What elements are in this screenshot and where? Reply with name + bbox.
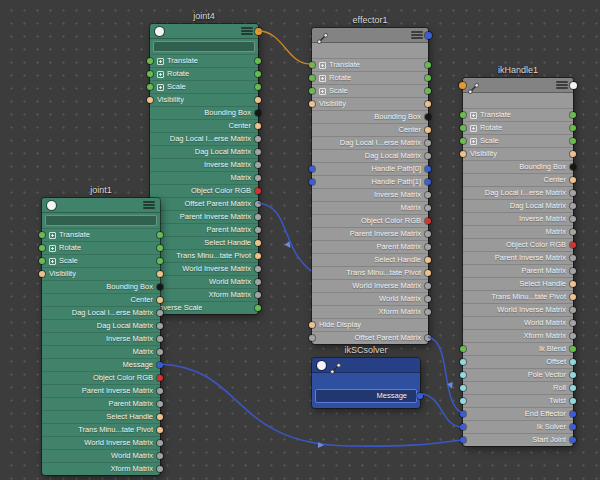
output-port-parent-inverse-matrix[interactable] (425, 231, 431, 237)
expand-plus-icon[interactable] (49, 258, 56, 265)
output-port-world-matrix[interactable] (425, 296, 431, 302)
output-port-handle-path-1[interactable] (425, 179, 431, 185)
node-swatch-icon[interactable] (155, 27, 164, 36)
node-header[interactable] (150, 24, 258, 39)
node-name-field[interactable] (45, 215, 157, 226)
output-port-dag-local-matrix[interactable] (570, 203, 576, 209)
connection-joint4-to-effector1-matrix[interactable] (258, 203, 311, 271)
output-port-matrix[interactable] (255, 175, 261, 181)
expand-plus-icon[interactable] (319, 88, 326, 95)
expand-plus-icon[interactable] (319, 75, 326, 82)
output-port-rotate[interactable] (255, 71, 261, 77)
node-editor-canvas[interactable]: joint4TranslateRotateScaleVisibilityBoun… (0, 0, 600, 480)
output-port-object-color-rgb[interactable] (425, 218, 431, 224)
output-port-select-handle[interactable] (255, 240, 261, 246)
output-port-world-inverse-matrix[interactable] (255, 266, 261, 272)
output-port-scale[interactable] (570, 138, 576, 144)
output-port-xform-matrix[interactable] (157, 466, 163, 472)
input-port-visibility[interactable] (39, 271, 45, 277)
header-port-right[interactable] (570, 82, 577, 89)
output-port-object-color-rgb[interactable] (157, 375, 163, 381)
output-port-translate[interactable] (255, 58, 261, 64)
output-port-parent-inverse-matrix[interactable] (255, 214, 261, 220)
input-port-offset-parent-matrix[interactable] (309, 335, 315, 341)
output-port-translate[interactable] (425, 62, 431, 68)
output-port-visibility[interactable] (255, 97, 261, 103)
output-port-parent-inverse-matrix[interactable] (570, 255, 576, 261)
output-port-world-inverse-matrix[interactable] (157, 440, 163, 446)
output-port-scale[interactable] (425, 88, 431, 94)
node-joint4[interactable]: joint4TranslateRotateScaleVisibilityBoun… (150, 24, 258, 314)
expand-plus-icon[interactable] (319, 62, 326, 69)
output-port-bounding-box[interactable] (570, 164, 576, 170)
output-port-handle-path-0[interactable] (425, 166, 431, 172)
output-port-matrix[interactable] (425, 205, 431, 211)
node-header[interactable] (312, 28, 428, 43)
header-port-left[interactable] (459, 82, 466, 89)
output-port-matrix[interactable] (157, 349, 163, 355)
node-header[interactable] (463, 78, 573, 93)
output-port-center[interactable] (570, 177, 576, 183)
output-port-translate[interactable] (157, 232, 163, 238)
output-port-dag-local-matrix[interactable] (425, 153, 431, 159)
output-port-rotate[interactable] (570, 125, 576, 131)
node-joint1[interactable]: joint1TranslateRotateScaleVisibilityBoun… (42, 198, 160, 475)
node-menu-icon[interactable] (411, 31, 423, 39)
output-port-trans-minu-tate-pivot[interactable] (157, 427, 163, 433)
header-port-right[interactable] (425, 32, 432, 39)
input-port-roll[interactable] (460, 385, 466, 391)
input-port-twist[interactable] (460, 398, 466, 404)
output-port-world-matrix[interactable] (570, 320, 576, 326)
input-port-handle-path-0[interactable] (309, 166, 315, 172)
connection-ikscsolver-to-ikhandle1-iksolver[interactable] (420, 394, 462, 427)
node-menu-icon[interactable] (556, 81, 568, 89)
input-port-scale[interactable] (309, 88, 315, 94)
output-port-bounding-box[interactable] (425, 114, 431, 120)
output-port-trans-minu-tate-pivot[interactable] (425, 270, 431, 276)
output-port-trans-minu-tate-pivot[interactable] (255, 253, 261, 259)
node-swatch-icon[interactable] (47, 201, 56, 210)
node-effector1[interactable]: effector1TranslateRotateScaleVisibilityB… (312, 28, 428, 344)
output-port-bounding-box[interactable] (157, 284, 163, 290)
input-port-scale[interactable] (39, 258, 45, 264)
input-port-rotate[interactable] (39, 245, 45, 251)
input-port-ik-solver[interactable] (460, 424, 466, 430)
input-port-pole-vector[interactable] (460, 372, 466, 378)
output-port-select-handle[interactable] (425, 257, 431, 263)
output-port-visibility[interactable] (425, 101, 431, 107)
output-port-ik-blend[interactable] (570, 346, 576, 352)
output-port-parent-matrix[interactable] (255, 227, 261, 233)
input-port-translate[interactable] (147, 58, 153, 64)
output-port-xform-matrix[interactable] (425, 309, 431, 315)
output-port-select-handle[interactable] (570, 281, 576, 287)
output-port-object-color-rgb[interactable] (255, 188, 261, 194)
input-port-rotate[interactable] (460, 125, 466, 131)
output-port-inverse-matrix[interactable] (425, 192, 431, 198)
output-port-world-matrix[interactable] (255, 279, 261, 285)
output-port-ik-solver[interactable] (570, 424, 576, 430)
input-port-end-effector[interactable] (460, 411, 466, 417)
header-port-right[interactable] (255, 28, 262, 35)
input-port-start-joint[interactable] (460, 437, 466, 443)
expand-plus-icon[interactable] (470, 138, 477, 145)
connection-joint4-to-effector1-translate[interactable] (258, 31, 311, 64)
input-port-scale[interactable] (147, 84, 153, 90)
output-port-world-inverse-matrix[interactable] (570, 307, 576, 313)
output-port-message[interactable] (417, 393, 423, 399)
output-port-visibility[interactable] (157, 271, 163, 277)
output-port-pole-vector[interactable] (570, 372, 576, 378)
input-port-ik-blend[interactable] (460, 346, 466, 352)
node-name-field[interactable] (153, 41, 255, 52)
output-port-center[interactable] (157, 297, 163, 303)
output-port-offset-parent-matrix[interactable] (255, 201, 261, 207)
input-port-visibility[interactable] (460, 151, 466, 157)
output-port-dag-local-i-erse-matrix[interactable] (425, 140, 431, 146)
expand-plus-icon[interactable] (157, 84, 164, 91)
expand-plus-icon[interactable] (470, 112, 477, 119)
expand-plus-icon[interactable] (49, 245, 56, 252)
output-port-center[interactable] (425, 127, 431, 133)
output-port-end-effector[interactable] (570, 411, 576, 417)
output-port-start-joint[interactable] (570, 437, 576, 443)
output-port-parent-matrix[interactable] (157, 401, 163, 407)
output-port-select-handle[interactable] (157, 414, 163, 420)
